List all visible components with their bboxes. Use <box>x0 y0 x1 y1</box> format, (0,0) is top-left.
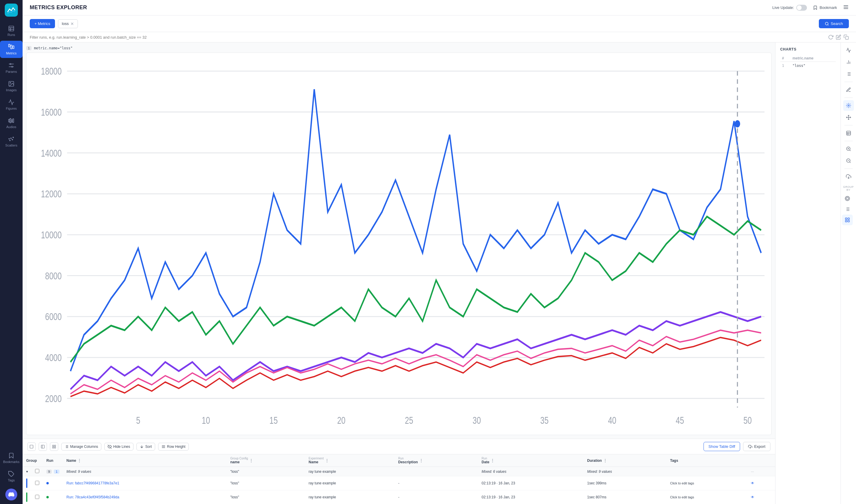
svg-rect-6 <box>11 45 12 49</box>
svg-text:12000: 12000 <box>41 188 62 199</box>
group-experiment-name[interactable]: ray tune example <box>305 467 394 476</box>
svg-rect-16 <box>8 119 10 122</box>
live-update-control: Live Update: <box>772 5 807 11</box>
col-run-name-menu[interactable]: ⋮ <box>77 458 82 463</box>
row-0-duration: 1sec 399ms <box>584 476 667 490</box>
refresh-icon[interactable] <box>828 35 834 40</box>
download-button[interactable] <box>843 171 854 182</box>
hide-lines-button[interactable]: Hide Lines <box>104 443 133 450</box>
svg-point-106 <box>846 197 849 200</box>
view-grid-btn[interactable] <box>50 443 58 451</box>
svg-text:50: 50 <box>743 415 752 426</box>
zoom-out-button[interactable] <box>843 156 854 166</box>
group-more[interactable]: ··· <box>747 467 775 476</box>
row-1-date: 02:13:19 · 16 Jan, 23 <box>478 490 584 502</box>
row-1-experiment[interactable]: ray tune example <box>305 490 394 502</box>
col-experiment-name-menu[interactable]: ⋮ <box>325 458 329 463</box>
col-duration-menu[interactable]: ⋮ <box>603 458 607 463</box>
group-expand[interactable]: ▾ <box>22 467 32 476</box>
show-table-diff-button[interactable]: Show Table Diff <box>703 442 741 451</box>
group-duration: Mixed: 9 values <box>584 467 667 476</box>
chart-list-button[interactable] <box>843 69 854 79</box>
svg-rect-67 <box>53 447 54 448</box>
chart-num: 1 <box>26 46 32 50</box>
run-link-1[interactable]: Run: 78ca4c43ef0f45f584b249da <box>67 495 120 499</box>
scatter-button[interactable] <box>843 100 854 111</box>
col-actions <box>747 454 775 467</box>
sort-button[interactable]: Sort <box>137 443 155 450</box>
row-1-desc: - <box>395 490 478 502</box>
row-height-button[interactable]: Row Height <box>158 443 189 450</box>
filter-input[interactable] <box>30 35 825 39</box>
zoom-in-button[interactable] <box>843 144 854 154</box>
content-area: 1 metric.name="loss" <box>22 42 856 504</box>
sidebar-item-bookmarks[interactable]: Bookmarks <box>1 449 22 467</box>
bottom-table-toolbar: Manage Columns Hide Lines Sort Row Heigh… <box>22 439 775 454</box>
menu-icon[interactable] <box>843 4 849 11</box>
row-checkbox-0[interactable] <box>35 481 39 485</box>
sidebar-item-metrics[interactable]: Metrics <box>0 41 22 58</box>
col-run-name: Name ⋮ <box>63 454 227 467</box>
move-button[interactable] <box>843 112 854 123</box>
group-by-list-button[interactable] <box>842 204 853 215</box>
color-by-button[interactable] <box>842 193 853 204</box>
sidebar-item-params[interactable]: Params <box>0 59 22 76</box>
sidebar-item-scatters[interactable]: Scatters <box>0 133 22 150</box>
charts-col-metric: metric.name <box>791 55 836 62</box>
table-view-button[interactable] <box>843 128 854 139</box>
chart-bar-button[interactable] <box>843 57 854 68</box>
svg-point-24 <box>8 139 10 139</box>
row-checkbox-1[interactable] <box>35 495 39 499</box>
remove-loss-tag-icon[interactable]: ✕ <box>70 21 74 26</box>
group-config-name: "loss" <box>227 467 305 476</box>
svg-rect-66 <box>54 445 56 446</box>
col-group-config: Group Config name ⋮ <box>227 454 305 467</box>
charts-sidebar-title: CHARTS <box>780 47 836 51</box>
view-sidebar-btn[interactable] <box>39 443 47 451</box>
group-by-grid-button[interactable] <box>842 215 853 225</box>
loss-tag[interactable]: loss ✕ <box>58 19 78 28</box>
add-metrics-button[interactable]: + Metrics <box>30 19 55 28</box>
sidebar-item-runs[interactable]: Runs <box>0 22 22 39</box>
sidebar-item-tags[interactable]: Tags <box>1 468 22 485</box>
bookmark-button[interactable]: Bookmark <box>813 5 837 10</box>
group-tags <box>666 467 747 476</box>
copy-icon[interactable] <box>843 35 849 40</box>
data-table-container: Group Run Name <box>22 454 775 502</box>
svg-text:4000: 4000 <box>45 352 62 363</box>
discord-icon[interactable] <box>5 488 17 501</box>
pen-icon-btn[interactable] <box>843 84 854 95</box>
rt-divider-3 <box>844 125 853 125</box>
group-by-section: GROUP BY <box>841 185 856 225</box>
col-description-menu[interactable]: ⋮ <box>419 458 423 463</box>
svg-rect-18 <box>11 120 13 122</box>
col-run: Run <box>43 454 63 467</box>
search-button[interactable]: Search <box>819 19 849 28</box>
svg-rect-63 <box>41 445 44 448</box>
col-date-menu[interactable]: ⋮ <box>491 458 495 463</box>
row-0-tags[interactable]: Click to edit tags <box>666 476 747 490</box>
sidebar-item-figures[interactable]: Figures <box>0 96 22 113</box>
row-1-tags[interactable]: Click to edit tags <box>666 490 747 502</box>
sidebar-item-images[interactable]: Images <box>0 77 22 95</box>
run-link-0[interactable]: Run: fabcc7f4996841778fe3a7e1 <box>67 481 120 485</box>
group-checkbox[interactable] <box>35 469 39 473</box>
chart-container[interactable]: 18000 16000 14000 12000 10000 8000 6000 … <box>26 53 772 435</box>
export-button[interactable]: Export <box>743 442 770 451</box>
row-0-experiment[interactable]: ray tune example <box>305 476 394 490</box>
svg-point-29 <box>825 22 828 25</box>
svg-text:15: 15 <box>270 415 278 426</box>
row-0-eye-icon: 👁 <box>751 481 754 485</box>
view-list-btn[interactable] <box>27 443 36 451</box>
col-group-config-menu[interactable]: ⋮ <box>249 458 253 463</box>
svg-rect-68 <box>54 447 56 448</box>
live-update-toggle[interactable] <box>796 5 807 11</box>
edit-icon[interactable] <box>836 35 841 40</box>
manage-columns-button[interactable]: Manage Columns <box>61 443 101 450</box>
svg-text:40: 40 <box>608 415 617 426</box>
svg-rect-115 <box>845 220 847 222</box>
col-group: Group <box>22 454 43 467</box>
svg-point-22 <box>12 139 13 140</box>
sidebar-item-audios[interactable]: Audios <box>0 114 22 132</box>
chart-type-button[interactable] <box>843 45 854 56</box>
